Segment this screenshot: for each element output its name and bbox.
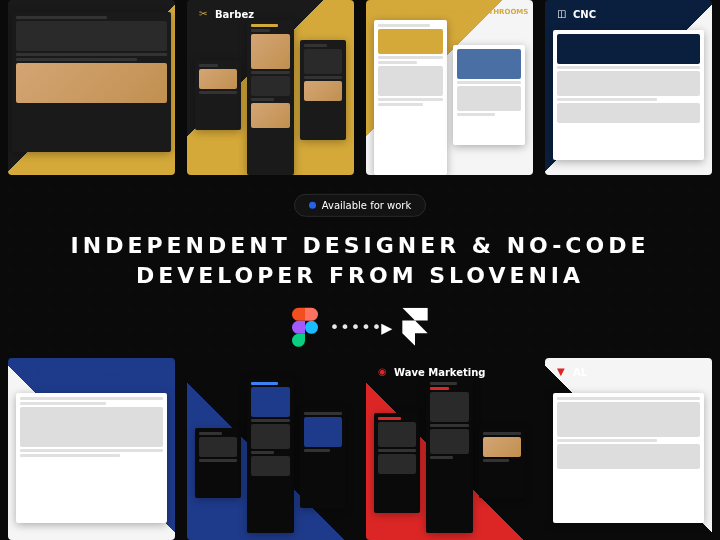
card-label: ✂Barbez (199, 8, 254, 20)
portfolio-card-2[interactable]: ✂Barbez (187, 0, 354, 175)
bolt-icon: ⚡ (20, 366, 32, 378)
wave-icon: ◉ (378, 366, 390, 378)
portfolio-card-4[interactable]: ◫CNC (545, 0, 712, 175)
mockup (16, 393, 167, 523)
portfolio-card-7[interactable]: ◉Wave Marketing (366, 358, 533, 540)
mockup (195, 60, 241, 130)
arrow-icon: • • • • •▸ (330, 315, 391, 340)
card-label: DYNAMIC KITCHENS AND BATHROOMS (378, 8, 528, 16)
cube-icon: ◫ (557, 8, 569, 20)
mockup-group (553, 378, 704, 532)
mockup (247, 20, 293, 175)
status-dot-icon (309, 202, 316, 209)
mockup (374, 20, 447, 175)
mockup (247, 378, 293, 533)
hero-section: Available for work Independent Designer … (0, 194, 720, 346)
portfolio-card-3[interactable]: DYNAMIC KITCHENS AND BATHROOMS (366, 0, 533, 175)
card-label: ⚡Marketing Agency (20, 366, 138, 378)
card-title: DYNAMIC KITCHENS AND BATHROOMS (378, 8, 528, 16)
mockup (195, 428, 241, 498)
headline: Independent Designer & No-Code Developer… (0, 231, 720, 290)
card-title: Marketing Agency (36, 367, 138, 378)
mockup (300, 408, 346, 508)
mockup (300, 40, 346, 140)
portfolio-card-8[interactable]: ▼AL (545, 358, 712, 540)
portfolio-card-5[interactable]: ⚡Marketing Agency (8, 358, 175, 540)
card-title: AL (573, 367, 587, 378)
mockup (553, 30, 704, 160)
card-label: ◉Wave Marketing (378, 366, 485, 378)
mockup (553, 393, 704, 523)
mockup-group (12, 12, 171, 171)
portfolio-card-6[interactable] (187, 358, 354, 540)
mockup (426, 378, 472, 533)
mockup-group (195, 378, 346, 532)
mockup (12, 12, 171, 152)
figma-icon (292, 308, 318, 346)
mockup-group (374, 20, 525, 167)
mockup-group (553, 20, 704, 167)
mockup-group (374, 378, 525, 532)
mockup-group (16, 378, 167, 532)
shield-icon: ▼ (557, 366, 569, 378)
framer-icon (402, 308, 428, 346)
card-title: Barbez (215, 9, 254, 20)
mockup (453, 45, 526, 145)
badge-text: Available for work (322, 200, 412, 211)
portfolio-card-1[interactable] (8, 0, 175, 175)
tools-row: • • • • •▸ (0, 308, 720, 346)
card-label: ◫CNC (557, 8, 596, 20)
mockup (374, 413, 420, 513)
mockup (479, 428, 525, 498)
card-title: CNC (573, 9, 596, 20)
card-label: ▼AL (557, 366, 587, 378)
card-title: Wave Marketing (394, 367, 485, 378)
mockup-group (195, 20, 346, 167)
scissors-icon: ✂ (199, 8, 211, 20)
availability-badge[interactable]: Available for work (294, 194, 427, 217)
